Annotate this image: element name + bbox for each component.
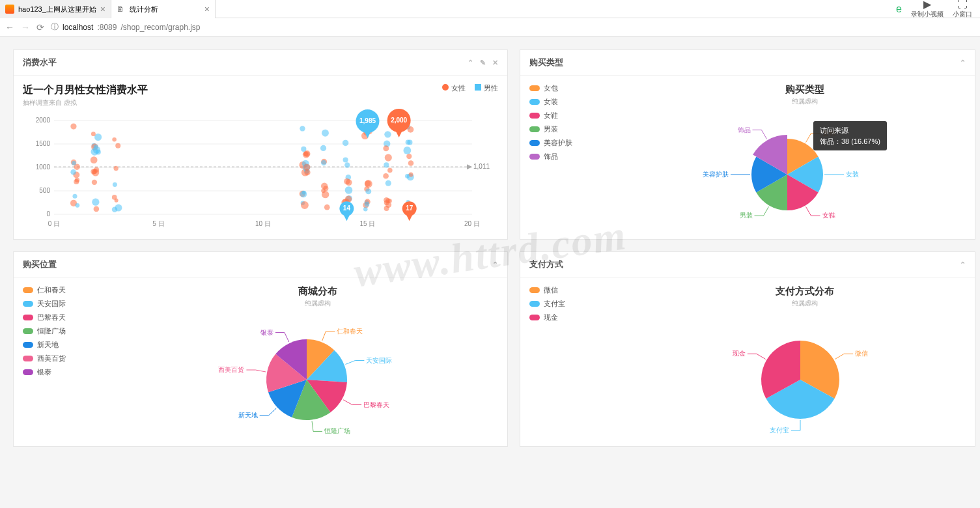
svg-text:1,011: 1,011 <box>473 163 490 170</box>
collapse-icon[interactable]: ⌃ <box>960 261 966 269</box>
chart-title: 近一个月男性女性消费水平 <box>23 83 148 97</box>
svg-point-82 <box>343 157 348 162</box>
svg-point-98 <box>363 207 368 212</box>
svg-text:500: 500 <box>39 187 50 194</box>
info-icon: ⓘ <box>51 21 59 33</box>
legend-item[interactable]: 女鞋 <box>529 111 634 120</box>
svg-point-84 <box>343 140 349 147</box>
legend-item[interactable]: 恒隆广场 <box>23 326 127 336</box>
legend-item[interactable]: 男性 <box>475 83 498 93</box>
svg-text:1000: 1000 <box>36 163 51 171</box>
legend-item[interactable]: 支付宝 <box>529 299 634 309</box>
scatter-chart: 05001000150020000 日5 日10 日15 日20 日1,0111… <box>23 107 492 231</box>
collapse-icon[interactable]: ⌃ <box>960 59 966 67</box>
legend-item[interactable]: 天安国际 <box>23 299 127 309</box>
svg-text:女鞋: 女鞋 <box>822 212 835 219</box>
svg-point-124 <box>407 140 412 145</box>
panel-payment: 支付方式 ⌃ 微信支付宝现金 支付方式分布 纯属虚构 微信支付宝现金 <box>520 251 975 447</box>
svg-point-66 <box>303 152 308 156</box>
legend-item[interactable]: 女包 <box>529 83 634 93</box>
hao123-icon <box>5 5 14 14</box>
legend-item[interactable]: 饰品 <box>529 152 634 162</box>
chart-subtitle: 纯属虚构 <box>137 299 498 308</box>
legend-item[interactable]: 西美百货 <box>23 354 127 363</box>
browser-logo-button[interactable]: e <box>896 4 902 14</box>
svg-point-42 <box>91 156 98 163</box>
chart-subtitle: 纯属虚构 <box>644 97 966 106</box>
svg-text:微信: 微信 <box>855 350 868 357</box>
legend-item[interactable]: 女装 <box>529 97 634 107</box>
svg-point-50 <box>112 206 117 212</box>
svg-point-125 <box>406 154 412 159</box>
panel-consumption: 消费水平 ⌃ ✎ ✕ 近一个月男性女性消费水平 抽样调查来自 虚拟 女性男性 0… <box>13 49 508 240</box>
svg-text:现金: 现金 <box>733 350 746 357</box>
svg-point-64 <box>303 164 310 171</box>
close-icon[interactable]: × <box>204 4 210 14</box>
svg-point-41 <box>92 199 99 206</box>
svg-point-68 <box>300 126 305 131</box>
svg-point-78 <box>321 182 328 189</box>
svg-text:14: 14 <box>343 205 351 212</box>
legend-item[interactable]: 现金 <box>529 313 634 322</box>
svg-point-79 <box>345 186 353 194</box>
svg-point-24 <box>70 169 76 175</box>
legend-item[interactable]: 银泰 <box>23 367 127 377</box>
svg-text:美容护肤: 美容护肤 <box>703 171 729 178</box>
svg-point-119 <box>408 160 414 166</box>
legend: 女包女装女鞋男装美容护肤饰品 <box>529 83 634 230</box>
svg-point-28 <box>75 178 79 182</box>
legend-item[interactable]: 新天地 <box>23 340 127 350</box>
svg-text:1500: 1500 <box>36 140 51 147</box>
legend-item[interactable]: 微信 <box>529 285 634 295</box>
svg-text:2000: 2000 <box>36 117 51 124</box>
record-video-button[interactable]: ▶录制小视频 <box>911 0 944 19</box>
svg-point-120 <box>403 147 411 154</box>
chart-tooltip: 访问来源 饰品：38 (16.67%) <box>813 121 887 150</box>
legend-item[interactable]: 女性 <box>442 83 466 93</box>
svg-point-107 <box>384 162 389 167</box>
svg-point-117 <box>383 173 389 179</box>
collapse-icon[interactable]: ⌃ <box>468 59 473 67</box>
svg-point-116 <box>387 199 391 203</box>
legend-item[interactable]: 美容护肤 <box>529 138 634 148</box>
panel-title: 支付方式 <box>529 259 563 270</box>
new-tab-button[interactable] <box>216 0 234 18</box>
svg-marker-140 <box>406 214 413 221</box>
chart-title: 支付方式分布 <box>644 285 966 298</box>
svg-text:15 日: 15 日 <box>360 220 376 227</box>
url-path: /shop_recom/graph.jsp <box>120 23 200 32</box>
legend-item[interactable]: 仁和春天 <box>23 285 127 295</box>
svg-point-75 <box>321 160 326 165</box>
small-window-button[interactable]: ⛶小窗口 <box>953 0 972 19</box>
collapse-icon[interactable]: ⌃ <box>492 261 498 269</box>
svg-text:10 日: 10 日 <box>255 220 271 227</box>
svg-text:天安国际: 天安国际 <box>366 357 392 364</box>
tab-label: hao123_上网从这里开始 <box>18 5 96 14</box>
forward-icon[interactable]: → <box>21 22 30 33</box>
svg-point-25 <box>72 161 76 165</box>
browser-tab-stats[interactable]: 统计分析 × <box>111 0 216 18</box>
legend: 仁和春天天安国际巴黎春天恒隆广场新天地西美百货银泰 <box>23 285 127 438</box>
settings-icon[interactable]: ✎ <box>480 59 486 67</box>
svg-point-70 <box>322 130 329 137</box>
svg-text:20 日: 20 日 <box>464 220 480 227</box>
svg-text:支付宝: 支付宝 <box>770 427 789 434</box>
svg-point-110 <box>385 180 391 186</box>
panel-title: 消费水平 <box>23 57 57 68</box>
url-field[interactable]: ⓘ localhost:8089/shop_recom/graph.jsp <box>51 21 200 33</box>
legend-item[interactable]: 巴黎春天 <box>23 313 127 322</box>
browser-tab-hao123[interactable]: hao123_上网从这里开始 × <box>0 0 111 18</box>
url-host: localhost <box>63 23 93 32</box>
chart-title: 购买类型 <box>644 83 966 96</box>
close-icon[interactable]: × <box>100 4 105 14</box>
close-panel-icon[interactable]: ✕ <box>492 59 498 67</box>
reload-icon[interactable]: ⟳ <box>36 22 44 33</box>
svg-point-111 <box>384 131 391 137</box>
back-icon[interactable]: ← <box>5 22 14 33</box>
svg-point-112 <box>387 168 393 173</box>
svg-point-86 <box>344 178 350 184</box>
chart-subtitle: 抽样调查来自 虚拟 <box>23 98 148 107</box>
svg-text:17: 17 <box>406 205 413 212</box>
legend-item[interactable]: 男装 <box>529 124 634 134</box>
svg-text:0 日: 0 日 <box>48 220 60 227</box>
